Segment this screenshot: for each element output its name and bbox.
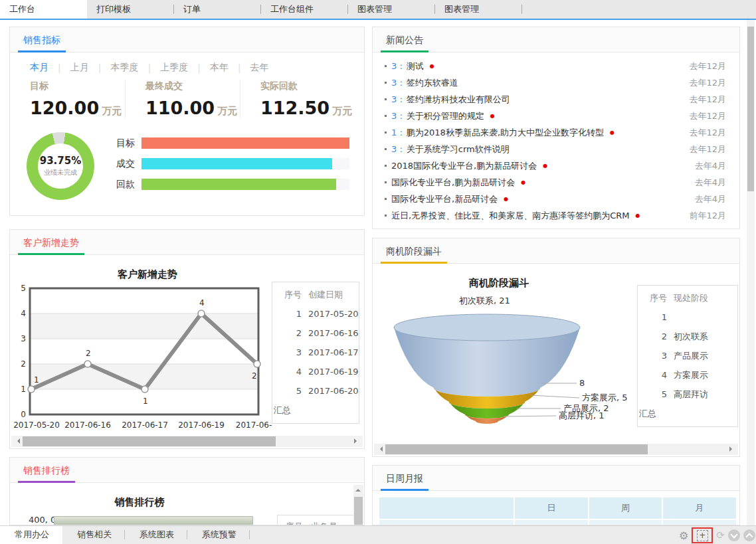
trend-data-table: 序号创建日期 12017-05-20 22017-06-16 32017-06-… bbox=[272, 282, 359, 424]
scrollbar-thumb[interactable] bbox=[354, 497, 363, 525]
period-this-year[interactable]: 本年 bbox=[210, 62, 229, 74]
period-this-month[interactable]: 本月 bbox=[30, 62, 48, 74]
col-header-date: 创建日期 bbox=[308, 289, 343, 301]
news-item[interactable]: 3 :签约潍坊科技农业有限公司去年12月 bbox=[385, 91, 726, 108]
bottom-tab-sales-related[interactable]: 销售相关 bbox=[62, 526, 125, 544]
tab-orders[interactable]: 订单 bbox=[174, 0, 261, 19]
expand-chevron-up-icon[interactable] bbox=[743, 529, 755, 541]
top-tab-bar: 工作台 打印模板 订单 工作台组件 图表管理 图表管理 bbox=[0, 0, 756, 20]
rank-vertical-scrollbar[interactable] bbox=[353, 485, 363, 523]
stat-payment: 实际回款 112.50万元 bbox=[240, 80, 355, 118]
report-col-week: 周 bbox=[589, 498, 662, 519]
news-item[interactable]: 1 :鹏为2018秋季新品来袭,助力大中型企业数字化转型●去年12月 bbox=[385, 124, 726, 141]
news-link[interactable]: 关于积分管理的规定 bbox=[407, 110, 484, 122]
panel-report-underline bbox=[381, 489, 428, 491]
opportunity-funnel-chart: 商机阶段漏斗 初次联系, 21 8 方案展示, 5 产品展示, 2 高层拜访, … bbox=[383, 269, 648, 432]
scroll-right-arrow-icon[interactable] bbox=[727, 444, 738, 455]
gear-icon[interactable]: ⚙ bbox=[679, 529, 688, 542]
cell-seq: 4 bbox=[643, 370, 667, 380]
scroll-left-arrow-icon[interactable] bbox=[11, 436, 22, 447]
funnel-horizontal-scrollbar[interactable] bbox=[374, 444, 738, 455]
period-separator: | bbox=[238, 62, 241, 73]
bottom-tab-system-charts[interactable]: 系统图表 bbox=[125, 526, 187, 544]
news-item[interactable]: 国际化专业平台,鹏为新品研讨会●去年4月 bbox=[385, 174, 726, 191]
scrollbar-thumb[interactable] bbox=[747, 27, 754, 191]
tab-workbench[interactable]: 工作台 bbox=[0, 0, 87, 19]
news-link[interactable]: 签约东软睿道 bbox=[407, 77, 458, 89]
period-last-year[interactable]: 去年 bbox=[250, 62, 269, 74]
tab-chart-management-2[interactable]: 图表管理 bbox=[435, 0, 522, 19]
data-point bbox=[142, 386, 148, 393]
news-count: 3 : bbox=[391, 94, 403, 104]
news-item[interactable]: 近日,无界投资、佳比亚、和美家居、南方惠泽等签约鹏为CRM●前年12月 bbox=[385, 207, 726, 224]
scrollbar-thumb[interactable] bbox=[385, 444, 648, 454]
dashboard-content: 销售指标 本月| 上月| 本季度| 上季度| 本年| 去年 目标 120.00万… bbox=[0, 20, 756, 525]
news-item[interactable]: 国际化专业平台,新品研讨会●去年4月 bbox=[385, 191, 726, 207]
news-list: 3 :测试●去年12月 3 :签约东软睿道去年12月 3 :签约潍坊科技农业有限… bbox=[373, 52, 739, 224]
table-row: 22017-06-16 bbox=[278, 323, 359, 343]
news-link[interactable]: 2018国际化专业平台,鹏为新品研讨会 bbox=[391, 160, 537, 172]
trend-chart-title: 客户新增走势 bbox=[117, 268, 177, 280]
refresh-icon[interactable]: ⟳ bbox=[716, 529, 725, 541]
table-row: 5高层拜访 bbox=[643, 385, 737, 404]
news-date: 去年12月 bbox=[689, 127, 726, 139]
ytick: 4 bbox=[21, 309, 26, 318]
news-link[interactable]: 关于系统学习crm软件说明 bbox=[407, 143, 510, 155]
panel-sales-kpi-header: 销售指标 bbox=[10, 27, 364, 52]
period-last-month[interactable]: 上月 bbox=[70, 62, 89, 74]
kpi-bar-target-track bbox=[142, 137, 349, 149]
panel-news: 新闻公告 3 :测试●去年12月 3 :签约东软睿道去年12月 3 :签约潍坊科… bbox=[372, 27, 740, 229]
tab-chart-management-1[interactable]: 图表管理 bbox=[348, 0, 435, 19]
news-link[interactable]: 签约潍坊科技农业有限公司 bbox=[407, 94, 510, 106]
cell-date: 2017-06-16 bbox=[308, 328, 359, 338]
news-date: 去年12月 bbox=[689, 143, 726, 155]
scrollbar-thumb[interactable] bbox=[23, 436, 276, 446]
kpi-stats-row: 目标 120.00万元 最终成交 110.00万元 实际回款 112.50万元 bbox=[10, 80, 355, 118]
news-count: 1 : bbox=[391, 128, 403, 137]
news-count: 3 : bbox=[391, 111, 403, 121]
scroll-right-arrow-icon[interactable] bbox=[352, 436, 363, 447]
collapse-chevron-down-icon[interactable] bbox=[728, 529, 740, 541]
table-row: 4方案展示 bbox=[643, 365, 737, 385]
bullet-icon bbox=[385, 198, 387, 200]
period-last-quarter[interactable]: 上季度 bbox=[160, 62, 188, 74]
scroll-left-arrow-icon[interactable] bbox=[374, 444, 385, 455]
news-link[interactable]: 近日,无界投资、佳比亚、和美家居、南方惠泽等签约鹏为CRM bbox=[391, 210, 629, 222]
news-link[interactable]: 测试 bbox=[407, 60, 424, 72]
stat-deal-value: 110.00万元 bbox=[145, 98, 240, 118]
unread-dot-icon: ● bbox=[430, 63, 434, 69]
panel-report: 日周月报 日 周 月 写· ✎ ✎ ✎ bbox=[372, 465, 740, 525]
point-label: 4 bbox=[199, 298, 205, 308]
period-this-quarter[interactable]: 本季度 bbox=[110, 62, 138, 74]
news-date: 去年12月 bbox=[689, 60, 726, 72]
page-vertical-scrollbar[interactable] bbox=[747, 20, 755, 525]
stat-deal: 最终成交 110.00万元 bbox=[125, 80, 240, 118]
bottom-tab-system-alerts[interactable]: 系统预警 bbox=[187, 526, 250, 544]
news-date: 去年12月 bbox=[689, 110, 726, 122]
news-item[interactable]: 2018国际化专业平台,鹏为新品研讨会●去年4月 bbox=[385, 157, 726, 174]
annotation-highlight-box: + bbox=[692, 527, 713, 543]
stat-target: 目标 120.00万元 bbox=[10, 80, 125, 118]
news-item[interactable]: 3 :签约东软睿道去年12月 bbox=[385, 74, 726, 91]
funnel-callout: 高层拜访, 1 bbox=[559, 410, 605, 420]
period-separator: | bbox=[197, 62, 201, 73]
panel-report-header: 日周月报 bbox=[373, 466, 739, 491]
news-link[interactable]: 国际化专业平台,鹏为新品研讨会 bbox=[391, 177, 515, 189]
tab-workbench-widgets[interactable]: 工作台组件 bbox=[261, 0, 348, 19]
news-item[interactable]: 3 :测试●去年12月 bbox=[385, 58, 726, 74]
news-date: 前年12月 bbox=[689, 210, 726, 222]
trend-horizontal-scrollbar[interactable] bbox=[11, 436, 363, 447]
ytick: 3 bbox=[21, 334, 26, 343]
stat-payment-label: 实际回款 bbox=[260, 80, 355, 92]
news-item[interactable]: 3 :关于积分管理的规定●去年12月 bbox=[385, 108, 726, 124]
news-link[interactable]: 国际化专业平台,新品研讨会 bbox=[391, 193, 498, 205]
kpi-bar-target: 目标 bbox=[108, 137, 349, 149]
add-widget-icon[interactable]: + bbox=[697, 530, 708, 541]
report-col-day: 日 bbox=[515, 498, 588, 519]
news-link[interactable]: 鹏为2018秋季新品来袭,助力大中型企业数字化转型 bbox=[407, 127, 604, 139]
tab-print-template[interactable]: 打印模板 bbox=[87, 0, 174, 19]
news-item[interactable]: 3 :关于系统学习crm软件说明去年12月 bbox=[385, 141, 726, 157]
scroll-up-arrow-icon[interactable] bbox=[355, 486, 361, 492]
bottom-tab-common-office[interactable]: 常用办公 bbox=[0, 526, 62, 544]
cell-seq: 5 bbox=[643, 389, 667, 399]
